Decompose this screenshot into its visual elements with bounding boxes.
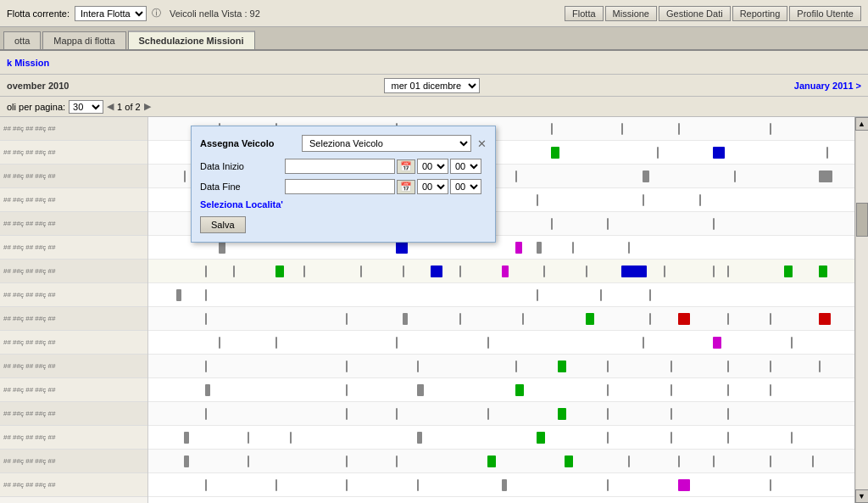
date-nav-row: ovember 2010 mer 01 dicembre January 201… (0, 75, 868, 97)
scroll-track (856, 131, 868, 489)
tab-flotta[interactable]: otta (3, 31, 41, 49)
time-min-start[interactable]: 00153045 (450, 159, 481, 174)
data-fine-label: Data Fine (200, 182, 285, 192)
pagination-label: oli per pagina: (7, 102, 65, 112)
list-item: ## ##ç ## ##ç ## (0, 402, 147, 426)
list-item: ## ##ç ## ##ç ## (0, 307, 147, 331)
calendar-icon-start[interactable]: 📅 (397, 159, 415, 174)
modal-box: Assegna Veicolo Seleziona Veicolo ✕ Data… (191, 126, 496, 243)
list-item: ## ##ç ## ##ç ## (0, 378, 147, 402)
data-inizio-label: Data Inizio (200, 161, 285, 171)
calendar-icon-end[interactable]: 📅 (397, 180, 415, 194)
modal-header: Assegna Veicolo Seleziona Veicolo ✕ (200, 135, 487, 152)
data-inizio-input[interactable] (285, 159, 395, 174)
k-mission-link[interactable]: k Mission (7, 58, 49, 68)
top-nav-buttons: Flotta Missione Gestione Dati Reporting … (565, 6, 861, 21)
nav-btn-gestione[interactable]: Gestione Dati (659, 6, 731, 21)
list-item: ## ##ç ## ##ç ## (0, 165, 147, 188)
date-select[interactable]: mer 01 dicembre (384, 78, 480, 93)
data-fine-input[interactable] (285, 179, 395, 194)
vehicle-dropdown[interactable]: Seleziona Veicolo (302, 135, 471, 152)
list-item: ## ##ç ## ##ç ## (0, 188, 147, 212)
data-inizio-field: Data Inizio 📅 000102 00153045 (200, 159, 487, 174)
list-item: ## ##ç ## ##ç ## (0, 355, 147, 378)
salva-button[interactable]: Salva (200, 216, 246, 233)
tab-bar: otta Mappa di flotta Schedulazione Missi… (0, 27, 868, 51)
list-item: ## ##ç ## ##ç ## (0, 450, 147, 473)
nav-btn-missione[interactable]: Missione (605, 6, 657, 21)
modal-assegna-label: Assegna Veicolo (200, 138, 302, 148)
list-item: ## ##ç ## ##ç ## (0, 236, 147, 260)
list-item: ## ##ç ## ##ç ## (0, 473, 147, 497)
time-hour-start[interactable]: 000102 (417, 159, 448, 174)
scroll-up-button[interactable]: ▲ (855, 117, 869, 131)
fleet-select[interactable]: Intera Flotta (75, 6, 147, 21)
modal-close-button[interactable]: ✕ (477, 137, 487, 150)
tab-schedulazione[interactable]: Schedulazione Missioni (128, 31, 255, 49)
vehicle-list: ## ##ç ## ##ç ## ## ##ç ## ##ç ## ## ##ç… (0, 117, 148, 503)
data-fine-field: Data Fine 📅 000102 00153045 (200, 179, 487, 194)
date-right[interactable]: January 2011 > (794, 81, 861, 91)
scroll-down-button[interactable]: ▼ (855, 489, 869, 503)
nav-btn-reporting[interactable]: Reporting (732, 6, 788, 21)
list-item: ## ##ç ## ##ç ## (0, 331, 147, 355)
scroll-thumb[interactable] (856, 203, 868, 237)
list-item: ## ##ç ## ##ç ## (0, 426, 147, 450)
pagination-select[interactable]: 30 50 100 (69, 100, 103, 114)
gantt-area: Assegna Veicolo Seleziona Veicolo ✕ Data… (148, 117, 854, 503)
date-left: ovember 2010 (7, 81, 69, 91)
list-item: ## ##ç ## ##ç ## (0, 141, 147, 165)
vehicles-info: Veicoli nella Vista : 92 (170, 8, 260, 19)
seleziona-localita-link[interactable]: Seleziona Localita' (200, 199, 487, 210)
list-item: ## ##ç ## ##ç ## (0, 260, 147, 283)
nav-btn-flotta[interactable]: Flotta (565, 6, 604, 21)
pagination-info: 1 of 2 (117, 102, 141, 112)
pagination-row: oli per pagina: 30 50 100 ◀ 1 of 2 ▶ (0, 97, 868, 117)
list-item: ## ##ç ## ##ç ## (0, 283, 147, 307)
main-content: ## ##ç ## ##ç ## ## ##ç ## ##ç ## ## ##ç… (0, 117, 868, 503)
list-item: ## ##ç ## ##ç ## (0, 212, 147, 236)
pagination-prev[interactable]: ◀ (107, 101, 114, 112)
scrollbar: ▲ ▼ (854, 117, 868, 503)
time-min-end[interactable]: 00153045 (450, 179, 481, 194)
time-hour-end[interactable]: 000102 (417, 179, 448, 194)
top-bar: Flotta corrente: Intera Flotta ⓘ Veicoli… (0, 0, 868, 27)
fleet-label: Flotta corrente: (7, 8, 70, 19)
list-item: ## ##ç ## ##ç ## (0, 117, 147, 141)
pagination-next[interactable]: ▶ (144, 101, 151, 112)
help-icon: ⓘ (152, 7, 161, 20)
nav-btn-profilo[interactable]: Profilo Utente (789, 6, 861, 21)
toolbar-row: k Mission (0, 51, 868, 75)
modal-overlay: Assegna Veicolo Seleziona Veicolo ✕ Data… (148, 117, 854, 503)
tab-mappa[interactable]: Mappa di flotta (42, 31, 125, 49)
